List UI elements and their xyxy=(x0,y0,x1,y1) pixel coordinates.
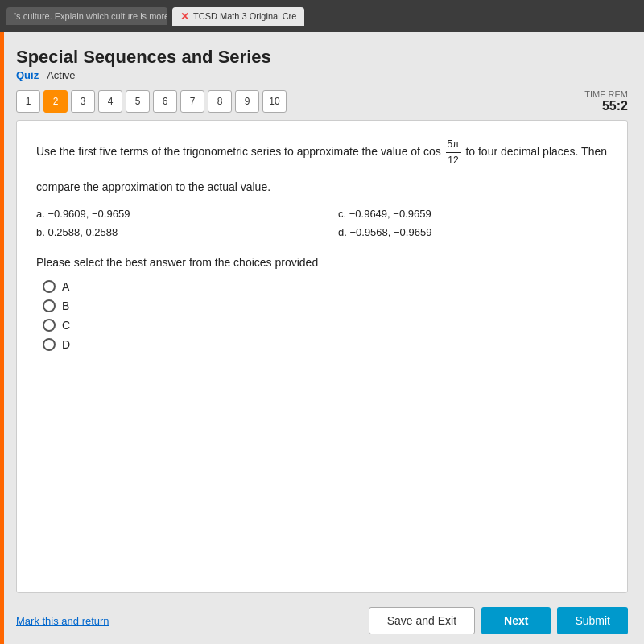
question-nav: 12345678910 xyxy=(16,90,287,113)
tab-1[interactable]: 's culture. Explain which culture is mor… xyxy=(6,7,167,25)
question-intro: Use the first five terms of the trigonom… xyxy=(36,145,420,158)
question-nav-btn-5[interactable]: 5 xyxy=(126,90,150,113)
radio-label-c: C xyxy=(62,319,70,332)
tab-2[interactable]: ✕ TCSD Math 3 Original Cre xyxy=(172,7,304,26)
radio-option-c[interactable]: C xyxy=(43,319,608,332)
submit-button[interactable]: Submit xyxy=(557,607,628,634)
tab-2-label: TCSD Math 3 Original Cre xyxy=(193,11,296,21)
answer-choice-b: b. 0.2588, 0.2588 xyxy=(36,225,306,240)
radio-circle-a xyxy=(43,280,56,293)
question-nav-btn-8[interactable]: 8 xyxy=(208,90,232,113)
status-label: Active xyxy=(47,69,75,81)
quiz-status-row: Quiz Active xyxy=(16,69,628,81)
time-remaining-label: TIME REM xyxy=(584,89,628,99)
question-suffix: to four decimal places. Then xyxy=(465,145,607,158)
radio-circle-b xyxy=(43,299,56,312)
question-nav-btn-7[interactable]: 7 xyxy=(180,90,204,113)
app-container: Special Sequences and Series Quiz Active… xyxy=(0,32,644,644)
time-remaining: TIME REM 55:2 xyxy=(584,89,628,114)
footer-buttons: Save and Exit Next Submit xyxy=(369,607,628,634)
page-title: Special Sequences and Series xyxy=(16,47,628,68)
question-area: Use the first five terms of the trigonom… xyxy=(16,120,628,593)
radio-label-b: B xyxy=(62,299,69,312)
fraction-numerator: 5π xyxy=(446,137,461,153)
radio-label-d: D xyxy=(62,338,70,351)
question-nav-btn-4[interactable]: 4 xyxy=(98,90,122,113)
tab-1-label: 's culture. Explain which culture is mor… xyxy=(14,11,167,21)
question-text: Use the first five terms of the trigonom… xyxy=(36,137,608,168)
header: Special Sequences and Series Quiz Active… xyxy=(0,32,644,120)
question-nav-btn-3[interactable]: 3 xyxy=(71,90,95,113)
answer-choice-c: c. −0.9649, −0.9659 xyxy=(338,206,608,221)
answer-choice-d: d. −0.9568, −0.9659 xyxy=(338,225,608,240)
radio-options: ABCD xyxy=(43,280,608,351)
question-nav-row: 12345678910 TIME REM 55:2 xyxy=(16,89,628,114)
question-nav-btn-2[interactable]: 2 xyxy=(43,90,68,113)
browser-bar: 's culture. Explain which culture is mor… xyxy=(0,0,644,32)
save-exit-button[interactable]: Save and Exit xyxy=(369,607,475,634)
answers-grid: a. −0.9609, −0.9659c. −0.9649, −0.9659b.… xyxy=(36,206,608,240)
next-button[interactable]: Next xyxy=(481,607,551,634)
radio-option-d[interactable]: D xyxy=(43,338,608,351)
question-nav-btn-6[interactable]: 6 xyxy=(153,90,177,113)
radio-label-a: A xyxy=(62,280,69,293)
question-nav-btn-10[interactable]: 10 xyxy=(262,90,287,113)
radio-option-b[interactable]: B xyxy=(43,299,608,312)
tab-2-x-icon: ✕ xyxy=(180,10,189,23)
question-nav-btn-1[interactable]: 1 xyxy=(16,90,40,113)
prompt-text: Please select the best answer from the c… xyxy=(36,256,608,269)
quiz-label: Quiz xyxy=(16,69,39,81)
answer-choice-a: a. −0.9609, −0.9659 xyxy=(36,206,306,221)
radio-circle-c xyxy=(43,319,56,332)
time-remaining-value: 55:2 xyxy=(602,99,628,113)
question-nav-btn-9[interactable]: 9 xyxy=(235,90,259,113)
cos-label: cos xyxy=(423,145,441,158)
mark-return-button[interactable]: Mark this and return xyxy=(16,615,109,627)
left-accent-bar xyxy=(0,32,4,644)
radio-option-a[interactable]: A xyxy=(43,280,608,293)
compare-text: compare the approximation to the actual … xyxy=(36,178,608,196)
fraction: 5π 12 xyxy=(446,137,461,168)
footer: Mark this and return Save and Exit Next … xyxy=(0,597,644,644)
fraction-denominator: 12 xyxy=(446,153,460,168)
radio-circle-d xyxy=(43,338,56,351)
